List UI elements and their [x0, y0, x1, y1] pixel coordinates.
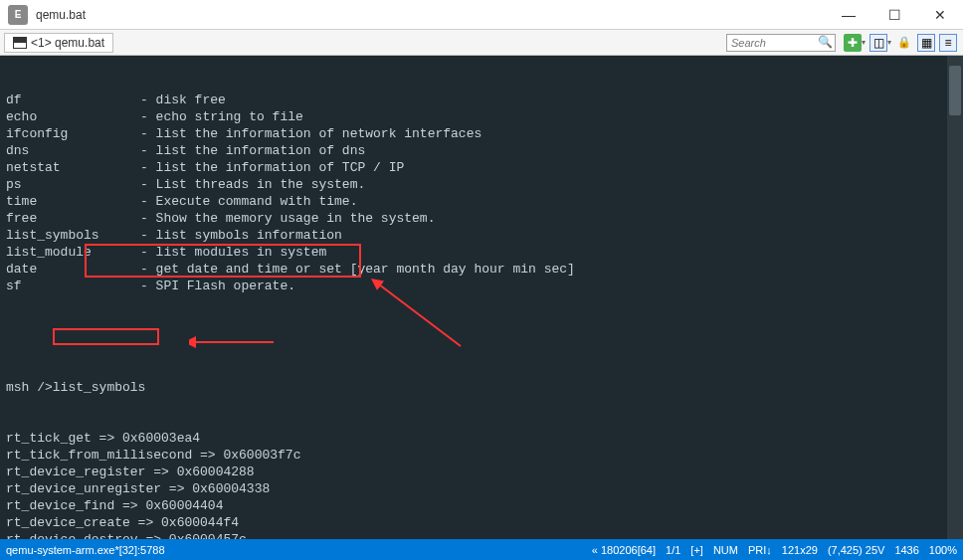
command-name: netstat: [6, 159, 140, 176]
window-title: qemu.bat: [36, 8, 826, 22]
search-icon[interactable]: 🔍: [818, 35, 833, 49]
output-line: rt_device_unregister => 0x60004338: [6, 480, 957, 497]
command-row: free- Show the memory usage in the syste…: [6, 210, 957, 227]
command-name: date: [6, 261, 140, 278]
command-desc: - list modules in system: [140, 245, 326, 260]
command-row: echo- echo string to file: [6, 108, 957, 125]
output-line: rt_device_destroy => 0x6000457c: [6, 531, 957, 539]
toolbar: <1> qemu.bat 🔍 ✚ ▾ ◫ ▾ ▦ ≡: [0, 30, 963, 56]
output-line: rt_device_create => 0x600044f4: [6, 514, 957, 531]
command-desc: - list the information of network interf…: [140, 126, 482, 141]
command-row: ifconfig- list the information of networ…: [6, 125, 957, 142]
status-item: 121x29: [782, 544, 818, 556]
titlebar: E qemu.bat — ☐ ✕: [0, 0, 963, 30]
command-desc: - echo string to file: [140, 109, 303, 124]
command-name: time: [6, 193, 140, 210]
command-desc: - Show the memory usage in the system.: [140, 211, 435, 226]
command-row: df- disk free: [6, 92, 957, 108]
status-item: 1/1: [666, 544, 680, 556]
prompt-line: msh />list_symbols: [6, 379, 957, 396]
tab-qemu[interactable]: <1> qemu.bat: [4, 33, 113, 53]
status-item: 100%: [929, 544, 957, 556]
dropdown-icon[interactable]: ▾: [862, 38, 866, 47]
app-icon: E: [8, 5, 28, 25]
statusbar: qemu-system-arm.exe*[32]:5788 « 180206[6…: [0, 539, 963, 560]
split-button[interactable]: ◫: [869, 34, 887, 52]
command-row: date- get date and time or set [year mon…: [6, 261, 957, 278]
command-row: ps- List threads in the system.: [6, 176, 957, 193]
command-desc: - Execute command with time.: [140, 194, 357, 209]
output-line: rt_tick_get => 0x60003ea4: [6, 430, 957, 447]
command-row: dns- list the information of dns: [6, 142, 957, 159]
command-row: netstat- list the information of TCP / I…: [6, 159, 957, 176]
command-desc: - disk free: [140, 93, 226, 107]
minimize-button[interactable]: —: [826, 0, 871, 30]
output-line: rt_device_register => 0x60004288: [6, 464, 957, 480]
command-name: list_module: [6, 244, 140, 261]
close-button[interactable]: ✕: [917, 0, 963, 30]
command-name: echo: [6, 108, 140, 125]
command-row: list_symbols- list symbols information: [6, 227, 957, 244]
lock-button[interactable]: [895, 34, 913, 52]
command-desc: - list symbols information: [140, 228, 342, 243]
command-row: sf- SPI Flash operate.: [6, 278, 957, 294]
command-desc: - list the information of dns: [140, 143, 365, 158]
terminal[interactable]: df- disk freeecho- echo string to fileif…: [0, 56, 963, 539]
status-item: 1436: [894, 544, 918, 556]
status-item: NUM: [713, 544, 738, 556]
layout-button[interactable]: ▦: [917, 34, 935, 52]
status-path: qemu-system-arm.exe*[32]:5788: [6, 544, 582, 556]
command-name: free: [6, 210, 140, 227]
console-icon: [13, 37, 27, 49]
command-desc: - List threads in the system.: [140, 177, 365, 192]
command-row: list_module- list modules in system: [6, 244, 957, 261]
command-name: sf: [6, 278, 140, 294]
new-button[interactable]: ✚: [844, 34, 862, 52]
buffer-button[interactable]: ≡: [939, 34, 957, 52]
status-item: [+]: [690, 544, 703, 556]
command-desc: - list the information of TCP / IP: [140, 160, 404, 175]
output-line: rt_device_find => 0x60004404: [6, 497, 957, 514]
command-desc: - get date and time or set [year month d…: [140, 262, 575, 277]
command-desc: - SPI Flash operate.: [140, 279, 295, 293]
scrollbar[interactable]: [947, 56, 963, 539]
scrollbar-thumb[interactable]: [949, 66, 961, 115]
output-line: rt_tick_from_millisecond => 0x60003f7c: [6, 447, 957, 464]
command-name: ps: [6, 176, 140, 193]
command-name: dns: [6, 142, 140, 159]
status-item: « 180206[64]: [592, 544, 656, 556]
tab-label: <1> qemu.bat: [31, 36, 104, 50]
maximize-button[interactable]: ☐: [871, 0, 917, 30]
window-controls: — ☐ ✕: [826, 0, 963, 30]
status-item: (7,425) 25V: [828, 544, 884, 556]
command-row: time- Execute command with time.: [6, 193, 957, 210]
dropdown-icon[interactable]: ▾: [887, 38, 891, 47]
status-item: PRI↓: [748, 544, 772, 556]
command-name: df: [6, 92, 140, 108]
command-name: list_symbols: [6, 227, 140, 244]
search-wrap: 🔍: [726, 33, 836, 52]
command-name: ifconfig: [6, 125, 140, 142]
